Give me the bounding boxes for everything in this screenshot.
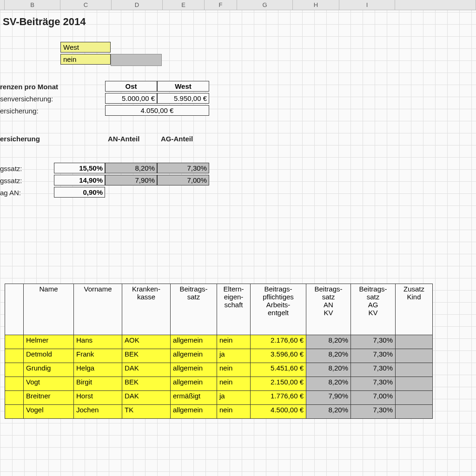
cell-ee[interactable]: nein bbox=[217, 335, 251, 349]
col-header[interactable]: F bbox=[205, 0, 237, 10]
limits-col-west: West bbox=[157, 81, 209, 92]
cell-bs[interactable]: allgemein bbox=[171, 349, 217, 363]
spreadsheet-grid[interactable]: B C D E F G H I SV-Beiträge 2014 West ne… bbox=[0, 0, 476, 476]
column-header-row: B C D E F G H I bbox=[0, 0, 476, 10]
cell-vorname[interactable]: Birgit bbox=[74, 377, 122, 391]
cell-an[interactable]: 8,20% bbox=[306, 405, 351, 419]
col-header[interactable]: G bbox=[237, 0, 293, 10]
rates-row1-label: gssatz: bbox=[0, 165, 22, 172]
rates-row1-an[interactable]: 8,20% bbox=[105, 163, 157, 173]
cell-kk[interactable]: DAK bbox=[122, 363, 171, 377]
cell-an[interactable]: 7,90% bbox=[306, 391, 351, 405]
table-row[interactable]: BreitnerHorstDAKermäßigtja1.776,60 €7,90… bbox=[5, 391, 433, 405]
rates-row2-an[interactable]: 7,90% bbox=[105, 175, 157, 185]
col-header[interactable]: H bbox=[293, 0, 339, 10]
cell-ae[interactable]: 2.176,60 € bbox=[251, 335, 306, 349]
rates-ag-header: AG-Anteil bbox=[161, 135, 193, 143]
table-row[interactable]: GrundigHelgaDAKallgemeinnein5.451,60 €8,… bbox=[5, 363, 433, 377]
limits-row1-ost[interactable]: 5.000,00 € bbox=[105, 93, 157, 104]
cell-bs[interactable]: allgemein bbox=[171, 377, 217, 391]
table-header-row: Name Vorname Kranken- kasse Beitrags- sa… bbox=[5, 284, 433, 335]
th-ae: Beitrags- pflichtiges Arbeits- entgelt bbox=[251, 284, 306, 335]
cell-ee[interactable]: ja bbox=[217, 349, 251, 363]
cell-ag[interactable]: 7,30% bbox=[351, 335, 396, 349]
limits-row1-west[interactable]: 5.950,00 € bbox=[157, 93, 209, 104]
rates-row3-label: ag AN: bbox=[0, 189, 21, 197]
cell-an[interactable]: 8,20% bbox=[306, 377, 351, 391]
cell-ee[interactable]: ja bbox=[217, 391, 251, 405]
th-vorname: Vorname bbox=[74, 284, 122, 335]
cell-an[interactable]: 8,20% bbox=[306, 335, 351, 349]
th-name: Name bbox=[24, 284, 74, 335]
cell-bs[interactable]: ermäßigt bbox=[171, 391, 217, 405]
cell-ae[interactable]: 3.596,60 € bbox=[251, 349, 306, 363]
cell-zusatz[interactable] bbox=[396, 349, 433, 363]
cell-ae[interactable]: 2.150,00 € bbox=[251, 377, 306, 391]
limits-row2-label: ersicherung: bbox=[0, 107, 39, 115]
cell-ee[interactable]: nein bbox=[217, 363, 251, 377]
gray-cell bbox=[111, 54, 162, 66]
rates-row2-ag[interactable]: 7,00% bbox=[157, 175, 209, 185]
rates-row2-total[interactable]: 14,90% bbox=[54, 175, 105, 185]
cell-name[interactable]: Detmold bbox=[24, 349, 74, 363]
cell-zusatz[interactable] bbox=[396, 377, 433, 391]
col-header[interactable]: C bbox=[60, 0, 112, 10]
table-row[interactable]: VogtBirgitBEKallgemeinnein2.150,00 €8,20… bbox=[5, 377, 433, 391]
cell-an[interactable]: 8,20% bbox=[306, 349, 351, 363]
cell-name[interactable]: Breitner bbox=[24, 391, 74, 405]
cell-kk[interactable]: TK bbox=[122, 405, 171, 419]
rates-row1-total[interactable]: 15,50% bbox=[54, 163, 105, 173]
cell-vorname[interactable]: Jochen bbox=[74, 405, 122, 419]
table-row[interactable]: HelmerHansAOKallgemeinnein2.176,60 €8,20… bbox=[5, 335, 433, 349]
region-select[interactable]: West bbox=[60, 42, 111, 53]
cell-name[interactable]: Vogel bbox=[24, 405, 74, 419]
cell-ae[interactable]: 1.776,60 € bbox=[251, 391, 306, 405]
cell-ee[interactable]: nein bbox=[217, 405, 251, 419]
cell-ee[interactable]: nein bbox=[217, 377, 251, 391]
cell-ag[interactable]: 7,30% bbox=[351, 349, 396, 363]
cell-vorname[interactable]: Horst bbox=[74, 391, 122, 405]
cell-bs[interactable]: allgemein bbox=[171, 363, 217, 377]
cell-vorname[interactable]: Helga bbox=[74, 363, 122, 377]
cell-name[interactable]: Vogt bbox=[24, 377, 74, 391]
limits-row1-label: senversicherung: bbox=[0, 95, 53, 103]
cell-kk[interactable]: BEK bbox=[122, 349, 171, 363]
cell-name[interactable]: Grundig bbox=[24, 363, 74, 377]
col-header[interactable]: I bbox=[339, 0, 395, 10]
cell-bs[interactable]: allgemein bbox=[171, 405, 217, 419]
cell-name[interactable]: Helmer bbox=[24, 335, 74, 349]
col-header[interactable]: B bbox=[5, 0, 60, 10]
cell-kk[interactable]: BEK bbox=[122, 377, 171, 391]
cell-ag[interactable]: 7,00% bbox=[351, 391, 396, 405]
cell-ae[interactable]: 4.500,00 € bbox=[251, 405, 306, 419]
employee-table[interactable]: Name Vorname Kranken- kasse Beitrags- sa… bbox=[5, 284, 433, 419]
limits-col-ost: Ost bbox=[105, 81, 157, 92]
table-row[interactable]: DetmoldFrankBEKallgemeinja3.596,60 €8,20… bbox=[5, 349, 433, 363]
table-row[interactable]: VogelJochenTKallgemeinnein4.500,00 €8,20… bbox=[5, 405, 433, 419]
cell-ae[interactable]: 5.451,60 € bbox=[251, 363, 306, 377]
rates-section: ersicherung bbox=[0, 135, 40, 143]
cell-ag[interactable]: 7,30% bbox=[351, 363, 396, 377]
cell-kk[interactable]: AOK bbox=[122, 335, 171, 349]
cell-an[interactable]: 8,20% bbox=[306, 363, 351, 377]
cell-vorname[interactable]: Frank bbox=[74, 349, 122, 363]
cell-ag[interactable]: 7,30% bbox=[351, 377, 396, 391]
rates-row2-label: gssatz: bbox=[0, 177, 22, 185]
cell-zusatz[interactable] bbox=[396, 405, 433, 419]
cell-zusatz[interactable] bbox=[396, 335, 433, 349]
cell-kk[interactable]: DAK bbox=[122, 391, 171, 405]
col-header[interactable]: D bbox=[112, 0, 163, 10]
cell-ag[interactable]: 7,30% bbox=[351, 405, 396, 419]
rates-row1-ag[interactable]: 7,30% bbox=[157, 163, 209, 173]
th-ag: Beitrags- satz AG KV bbox=[351, 284, 396, 335]
cell-zusatz[interactable] bbox=[396, 391, 433, 405]
th-an: Beitrags- satz AN KV bbox=[306, 284, 351, 335]
limits-row2-merged[interactable]: 4.050,00 € bbox=[105, 105, 209, 116]
rates-row3-total[interactable]: 0,90% bbox=[54, 187, 105, 198]
col-header[interactable]: E bbox=[163, 0, 205, 10]
option-select[interactable]: nein bbox=[60, 54, 111, 65]
th-zusatz: Zusatz Kind bbox=[396, 284, 433, 335]
cell-bs[interactable]: allgemein bbox=[171, 335, 217, 349]
cell-zusatz[interactable] bbox=[396, 363, 433, 377]
cell-vorname[interactable]: Hans bbox=[74, 335, 122, 349]
